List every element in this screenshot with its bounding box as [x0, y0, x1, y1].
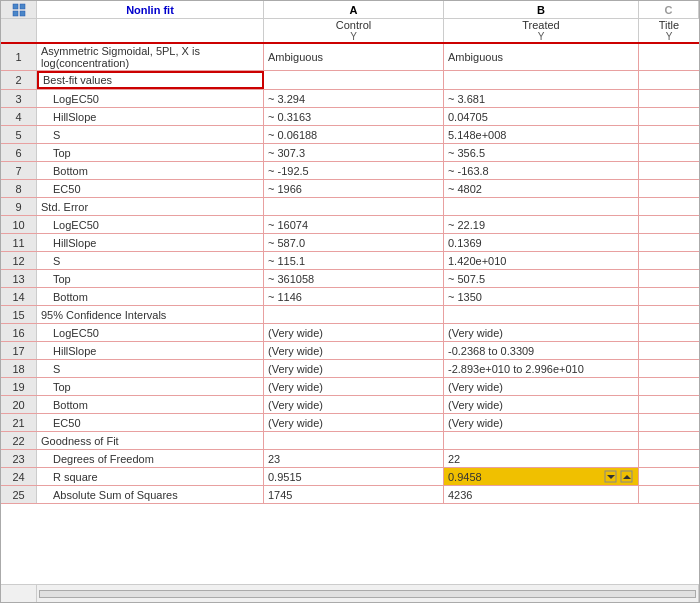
row-value-a: Ambiguous [264, 44, 444, 70]
table-row: 1Asymmetric Sigmoidal, 5PL, X is log(con… [1, 44, 699, 71]
row-value-c [639, 288, 699, 305]
row-value-b [444, 432, 639, 449]
row-value-c [639, 180, 699, 197]
bottom-bar [1, 584, 699, 602]
scrollbar-track-horizontal[interactable] [39, 590, 696, 598]
row-value-b [444, 306, 639, 323]
row-number: 4 [1, 108, 37, 125]
row-value-c [639, 270, 699, 287]
table-row: 16LogEC50(Very wide)(Very wide) [1, 324, 699, 342]
column-letter-row: Nonlin fit A B C [1, 1, 699, 19]
row-number: 14 [1, 288, 37, 305]
row-value-a: (Very wide) [264, 396, 444, 413]
sub-title-spacer [37, 19, 264, 42]
table-row: 23Degrees of Freedom2322 [1, 450, 699, 468]
table-row: 10LogEC50~ 16074~ 22.19 [1, 216, 699, 234]
row-value-b: -0.2368 to 0.3309 [444, 342, 639, 359]
row-number: 13 [1, 270, 37, 287]
row-label: HillSlope [37, 342, 264, 359]
row-number: 18 [1, 360, 37, 377]
row-value-a: ~ 587.0 [264, 234, 444, 251]
row-value-b: 0.04705 [444, 108, 639, 125]
row-value-b: (Very wide) [444, 378, 639, 395]
row-value-b: ~ 356.5 [444, 144, 639, 161]
row-value-c [639, 414, 699, 431]
table-row: 21EC50(Very wide)(Very wide) [1, 414, 699, 432]
row-label: Bottom [37, 288, 264, 305]
svg-rect-2 [13, 11, 18, 16]
row-value-c [639, 216, 699, 233]
table-row: 1595% Confidence Intervals [1, 306, 699, 324]
row-number: 7 [1, 162, 37, 179]
row-label: LogEC50 [37, 324, 264, 341]
row-label: HillSlope [37, 234, 264, 251]
row-number: 10 [1, 216, 37, 233]
row-label: Asymmetric Sigmoidal, 5PL, X is log(conc… [37, 44, 264, 70]
row-number: 22 [1, 432, 37, 449]
row-number: 12 [1, 252, 37, 269]
corner-cell [1, 1, 37, 18]
col-c-label: Title Y [639, 19, 699, 42]
row-value-a: ~ 1146 [264, 288, 444, 305]
row-value-b: ~ 3.681 [444, 90, 639, 107]
row-label: Top [37, 144, 264, 161]
row-value-b: 4236 [444, 486, 639, 503]
table-row: 11HillSlope~ 587.00.1369 [1, 234, 699, 252]
table-row: 22Goodness of Fit [1, 432, 699, 450]
data-area[interactable]: 1Asymmetric Sigmoidal, 5PL, X is log(con… [1, 44, 699, 584]
row-value-a: (Very wide) [264, 360, 444, 377]
table-row: 2Best-fit values [1, 71, 699, 90]
row-label: Top [37, 378, 264, 395]
row-value-b: 22 [444, 450, 639, 467]
row-value-a: ~ -192.5 [264, 162, 444, 179]
table-row: 19Top(Very wide)(Very wide) [1, 378, 699, 396]
row-value-b: ~ -163.8 [444, 162, 639, 179]
row-label: Bottom [37, 162, 264, 179]
col-b-label: Treated Y [444, 19, 639, 42]
row-number: 1 [1, 44, 37, 70]
row-value-c [639, 90, 699, 107]
row-label: Bottom [37, 396, 264, 413]
row-label: S [37, 126, 264, 143]
row-number: 3 [1, 90, 37, 107]
svg-rect-3 [20, 11, 25, 16]
row-value-a: ~ 16074 [264, 216, 444, 233]
row-number: 11 [1, 234, 37, 251]
row-value-b: ~ 1350 [444, 288, 639, 305]
expand-icon[interactable] [620, 470, 634, 484]
row-value-b: (Very wide) [444, 414, 639, 431]
row-value-a [264, 198, 444, 215]
row-label: R square [37, 468, 264, 485]
row-value-a: ~ 1966 [264, 180, 444, 197]
row-value-a: (Very wide) [264, 414, 444, 431]
row-value-a: (Very wide) [264, 378, 444, 395]
horizontal-scrollbar[interactable] [37, 585, 699, 602]
row-value-c [639, 486, 699, 503]
table-row: 4HillSlope~ 0.31630.04705 [1, 108, 699, 126]
dropdown-icon[interactable] [604, 470, 618, 484]
row-number: 5 [1, 126, 37, 143]
row-number: 19 [1, 378, 37, 395]
row-value-b: ~ 4802 [444, 180, 639, 197]
row-value-b: ~ 22.19 [444, 216, 639, 233]
row-number: 20 [1, 396, 37, 413]
spreadsheet: Nonlin fit A B C Control Y Treated Y [0, 0, 700, 603]
row-value-b: Ambiguous [444, 44, 639, 70]
row-value-b: (Very wide) [444, 324, 639, 341]
row-value-b: ~ 507.5 [444, 270, 639, 287]
row-value-c [639, 108, 699, 125]
bottom-tab [1, 585, 37, 602]
table-row: 9Std. Error [1, 198, 699, 216]
table-row: 5S~ 0.061885.148e+008 [1, 126, 699, 144]
row-label: LogEC50 [37, 90, 264, 107]
row-value-c [639, 306, 699, 323]
col-a-letter: A [350, 4, 358, 16]
row-value-a [264, 306, 444, 323]
row-value-c [639, 198, 699, 215]
row-label: Top [37, 270, 264, 287]
row-value-b: 0.1369 [444, 234, 639, 251]
row-value-b[interactable]: 0.9458 [444, 468, 639, 485]
row-label: 95% Confidence Intervals [37, 306, 264, 323]
row-number: 9 [1, 198, 37, 215]
row-value-b: 5.148e+008 [444, 126, 639, 143]
